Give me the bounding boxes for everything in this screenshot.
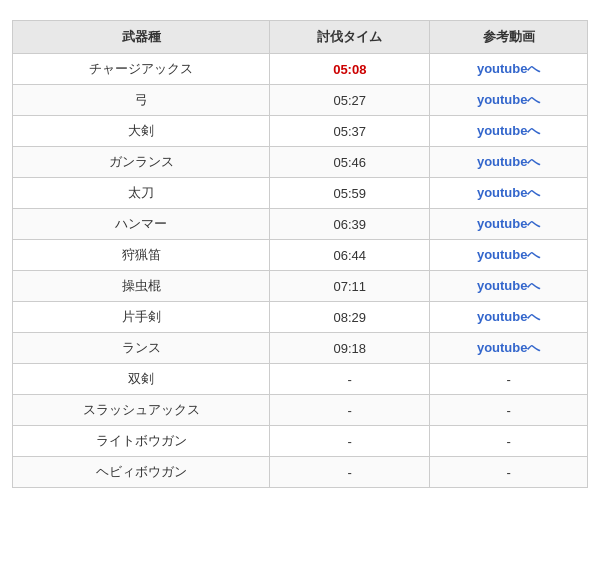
youtube-link[interactable]: youtubeへ — [477, 123, 541, 138]
youtube-link[interactable]: youtubeへ — [477, 185, 541, 200]
youtube-link[interactable]: youtubeへ — [477, 340, 541, 355]
time-cell: - — [270, 364, 430, 395]
col-weapon: 武器種 — [13, 21, 270, 54]
video-cell[interactable]: youtubeへ — [430, 240, 588, 271]
video-cell[interactable]: youtubeへ — [430, 116, 588, 147]
video-cell: - — [430, 364, 588, 395]
time-cell: 07:11 — [270, 271, 430, 302]
video-cell[interactable]: youtubeへ — [430, 54, 588, 85]
table-row: ライトボウガン-- — [13, 426, 588, 457]
weapon-cell: 片手剣 — [13, 302, 270, 333]
table-row: ヘビィボウガン-- — [13, 457, 588, 488]
table-row: ガンランス05:46youtubeへ — [13, 147, 588, 178]
weapon-cell: スラッシュアックス — [13, 395, 270, 426]
weapon-cell: 操虫棍 — [13, 271, 270, 302]
time-cell: - — [270, 457, 430, 488]
time-cell: 05:08 — [270, 54, 430, 85]
youtube-link[interactable]: youtubeへ — [477, 216, 541, 231]
table-row: 太刀05:59youtubeへ — [13, 178, 588, 209]
weapon-cell: 狩猟笛 — [13, 240, 270, 271]
video-cell[interactable]: youtubeへ — [430, 178, 588, 209]
table-row: 弓05:27youtubeへ — [13, 85, 588, 116]
table-row: 双剣-- — [13, 364, 588, 395]
time-cell: 06:44 — [270, 240, 430, 271]
col-time: 討伐タイム — [270, 21, 430, 54]
weapon-cell: チャージアックス — [13, 54, 270, 85]
time-cell: 09:18 — [270, 333, 430, 364]
youtube-link[interactable]: youtubeへ — [477, 309, 541, 324]
table-row: 片手剣08:29youtubeへ — [13, 302, 588, 333]
video-cell[interactable]: youtubeへ — [430, 209, 588, 240]
time-cell: 08:29 — [270, 302, 430, 333]
table-row: チャージアックス05:08youtubeへ — [13, 54, 588, 85]
time-cell: - — [270, 395, 430, 426]
video-cell[interactable]: youtubeへ — [430, 302, 588, 333]
table-row: ハンマー06:39youtubeへ — [13, 209, 588, 240]
weapon-cell: 太刀 — [13, 178, 270, 209]
youtube-link[interactable]: youtubeへ — [477, 154, 541, 169]
table-row: 狩猟笛06:44youtubeへ — [13, 240, 588, 271]
youtube-link[interactable]: youtubeへ — [477, 61, 541, 76]
col-video: 参考動画 — [430, 21, 588, 54]
weapon-cell: 大剣 — [13, 116, 270, 147]
weapon-cell: ガンランス — [13, 147, 270, 178]
weapon-cell: ランス — [13, 333, 270, 364]
table-row: ランス09:18youtubeへ — [13, 333, 588, 364]
video-cell[interactable]: youtubeへ — [430, 85, 588, 116]
youtube-link[interactable]: youtubeへ — [477, 247, 541, 262]
weapon-cell: 弓 — [13, 85, 270, 116]
table-row: 大剣05:37youtubeへ — [13, 116, 588, 147]
table-row: スラッシュアックス-- — [13, 395, 588, 426]
video-cell[interactable]: youtubeへ — [430, 147, 588, 178]
table-row: 操虫棍07:11youtubeへ — [13, 271, 588, 302]
youtube-link[interactable]: youtubeへ — [477, 92, 541, 107]
video-cell[interactable]: youtubeへ — [430, 271, 588, 302]
time-cell: 05:59 — [270, 178, 430, 209]
time-cell: - — [270, 426, 430, 457]
weapon-cell: ライトボウガン — [13, 426, 270, 457]
time-cell: 05:46 — [270, 147, 430, 178]
youtube-link[interactable]: youtubeへ — [477, 278, 541, 293]
video-cell: - — [430, 395, 588, 426]
video-cell[interactable]: youtubeへ — [430, 333, 588, 364]
weapon-cell: ハンマー — [13, 209, 270, 240]
weapon-cell: ヘビィボウガン — [13, 457, 270, 488]
time-cell: 06:39 — [270, 209, 430, 240]
video-cell: - — [430, 426, 588, 457]
ta-table: 武器種 討伐タイム 参考動画 チャージアックス05:08youtubeへ弓05:… — [12, 20, 588, 488]
time-cell: 05:37 — [270, 116, 430, 147]
video-cell: - — [430, 457, 588, 488]
weapon-cell: 双剣 — [13, 364, 270, 395]
time-cell: 05:27 — [270, 85, 430, 116]
